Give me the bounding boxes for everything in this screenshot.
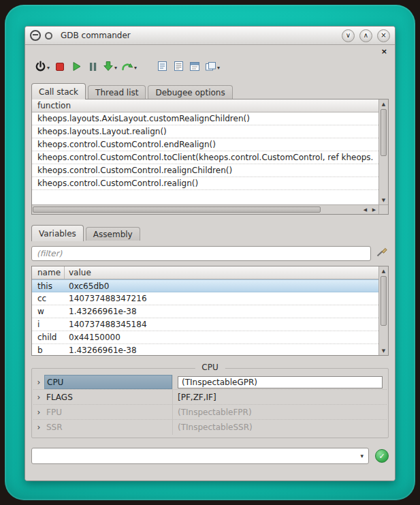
close-button[interactable]: × xyxy=(377,29,390,42)
callstack-horizontal-scrollbar[interactable]: ◀ ▶ xyxy=(32,204,378,214)
callstack-vertical-scrollbar[interactable]: ▲ ▼ xyxy=(378,100,388,204)
step-over-button[interactable]: ▾ xyxy=(119,59,139,76)
stop-button[interactable] xyxy=(52,59,68,76)
call-stack-row[interactable]: kheops.control.CustomControl.realignChil… xyxy=(32,164,378,177)
variables-tabbar: Variables Assembly xyxy=(31,223,389,241)
list-document-button[interactable] xyxy=(170,59,187,76)
chevron-down-icon[interactable]: ▾ xyxy=(114,65,117,71)
tab-assembly[interactable]: Assembly xyxy=(86,227,140,241)
scrollbar-thumb[interactable] xyxy=(381,109,387,156)
power-icon xyxy=(35,61,46,75)
confirm-button[interactable]: ✓ xyxy=(375,449,389,463)
variable-value: 140737488345184 xyxy=(65,320,378,329)
call-stack-row[interactable]: kheops.layouts.Layout.realign() xyxy=(32,125,378,138)
dock-header: × xyxy=(31,46,389,56)
stop-icon xyxy=(55,61,65,74)
step-button[interactable]: ▾ xyxy=(101,59,119,76)
tab-variables[interactable]: Variables xyxy=(31,225,84,241)
tab-call-stack[interactable]: Call stack xyxy=(31,83,86,100)
chevron-down-icon[interactable]: ▾ xyxy=(47,65,50,71)
titlebar[interactable]: GDB commander ∨ ∧ × xyxy=(25,27,395,45)
call-stack-row[interactable]: kheops.control.CustomControl.toClient(kh… xyxy=(32,151,378,164)
expander-icon[interactable]: › xyxy=(33,405,44,419)
scrollbar-thumb[interactable] xyxy=(33,206,321,213)
variable-name: i xyxy=(32,320,65,329)
call-stack-row[interactable]: kheops.layouts.AxisLayout.customRealignC… xyxy=(32,112,378,125)
register-group-name[interactable]: SSR xyxy=(44,420,172,435)
desktop-background: GDB commander ∨ ∧ × × ▾ xyxy=(0,0,420,505)
step-down-icon xyxy=(103,61,114,74)
filter-input[interactable] xyxy=(31,246,371,261)
variables-vertical-scrollbar[interactable]: ▲ ▼ xyxy=(378,266,388,355)
variable-value: 0xc65db0 xyxy=(65,281,378,291)
variable-name: w xyxy=(32,307,65,316)
cpu-row[interactable]: › FLAGS [PF,ZF,IF] xyxy=(33,390,387,405)
variable-row[interactable]: child 0x44150000 xyxy=(32,331,378,344)
register-group-name[interactable]: FLAGS xyxy=(44,390,172,404)
source-document-button[interactable] xyxy=(154,59,170,76)
pause-button[interactable] xyxy=(84,59,101,76)
maximize-button[interactable]: ∧ xyxy=(359,29,372,42)
variables-header[interactable]: name value xyxy=(32,266,378,279)
cpu-groupbox-title: CPU xyxy=(195,363,225,372)
chevron-down-icon[interactable]: ▾ xyxy=(134,65,137,71)
clean-filter-icon[interactable] xyxy=(376,247,389,260)
register-group-value: (TInspectableFPR) xyxy=(172,405,387,419)
column-header-name[interactable]: name xyxy=(32,266,65,279)
column-header-value[interactable]: value xyxy=(65,268,378,277)
command-combobox[interactable]: ▾ xyxy=(31,448,369,464)
combo-dropdown-icon[interactable]: ▾ xyxy=(360,453,364,459)
scroll-up-icon[interactable]: ▲ xyxy=(379,266,388,275)
chevron-down-icon[interactable]: ▾ xyxy=(217,65,220,71)
memory-view-button[interactable] xyxy=(187,59,203,76)
cpu-row[interactable]: › SSR (TInspectableSSR) xyxy=(33,420,387,435)
expander-icon[interactable]: › xyxy=(33,390,44,404)
check-icon: ✓ xyxy=(378,452,385,461)
cpu-row[interactable]: › CPU (TInspectableGPR) xyxy=(33,375,387,390)
scrollbar-track[interactable] xyxy=(33,206,360,213)
scrollbar-track[interactable] xyxy=(381,276,387,346)
variables-list: name value this 0xc65db0 cc 140737488347… xyxy=(32,266,378,355)
register-group-name[interactable]: CPU xyxy=(44,375,172,389)
call-stack-row[interactable]: kheops.control.CustomControl.endRealign(… xyxy=(32,138,378,151)
variable-value: 140737488347216 xyxy=(65,294,378,303)
minimize-button[interactable]: ∨ xyxy=(342,29,355,42)
scrollbar-track[interactable] xyxy=(381,109,387,195)
register-value-editbox[interactable]: (TInspectableGPR) xyxy=(178,376,383,388)
variables-table: name value this 0xc65db0 cc 140737488347… xyxy=(31,266,389,356)
call-stack-row[interactable]: kheops.control.CustomControl.realign() xyxy=(32,177,378,190)
start-debugging-button[interactable]: ▾ xyxy=(33,59,52,76)
register-group-value: (TInspectableGPR) xyxy=(172,375,387,389)
variable-row[interactable]: b 1.43266961e-38 xyxy=(32,344,378,355)
command-input[interactable] xyxy=(31,448,369,464)
scroll-up-icon[interactable]: ▲ xyxy=(379,100,388,108)
client-area: × ▾ xyxy=(25,45,395,480)
scroll-left-icon[interactable]: ◀ xyxy=(361,205,370,214)
scroll-down-icon[interactable]: ▼ xyxy=(379,346,388,355)
variable-row[interactable]: cc 140737488347216 xyxy=(32,292,378,305)
variable-row[interactable]: i 140737488345184 xyxy=(32,318,378,331)
variable-row[interactable]: w 1.43266961e-38 xyxy=(32,305,378,318)
scrollbar-corner xyxy=(378,204,388,214)
views-button[interactable]: ▾ xyxy=(203,59,222,76)
continue-button[interactable] xyxy=(68,59,84,76)
memory-window-icon xyxy=(189,61,200,74)
register-group-name[interactable]: FPU xyxy=(44,405,172,419)
cpu-row[interactable]: › FPU (TInspectableFPR) xyxy=(33,405,387,420)
callstack-tabbar: Call stack Thread list Debugee options xyxy=(31,81,389,99)
call-stack-panel: function kheops.layouts.AxisLayout.custo… xyxy=(31,99,389,215)
expander-icon[interactable]: › xyxy=(33,375,44,389)
document-icon xyxy=(157,61,167,74)
tab-thread-list[interactable]: Thread list xyxy=(88,85,146,99)
tab-debugee-options[interactable]: Debugee options xyxy=(148,85,232,99)
panel-close-icon[interactable]: × xyxy=(381,48,389,55)
scroll-right-icon[interactable]: ▶ xyxy=(370,205,378,214)
list-document-icon xyxy=(174,61,184,74)
cpu-groupbox: CPU › CPU (TInspectableGPR) › FLAGS [PF,… xyxy=(31,368,389,438)
variable-row[interactable]: this 0xc65db0 xyxy=(32,279,378,292)
scrollbar-thumb[interactable] xyxy=(381,276,387,326)
expander-icon[interactable]: › xyxy=(33,420,44,435)
column-header-function[interactable]: function xyxy=(32,100,378,112)
call-stack-list: function kheops.layouts.AxisLayout.custo… xyxy=(32,100,378,204)
scroll-down-icon[interactable]: ▼ xyxy=(379,196,388,204)
